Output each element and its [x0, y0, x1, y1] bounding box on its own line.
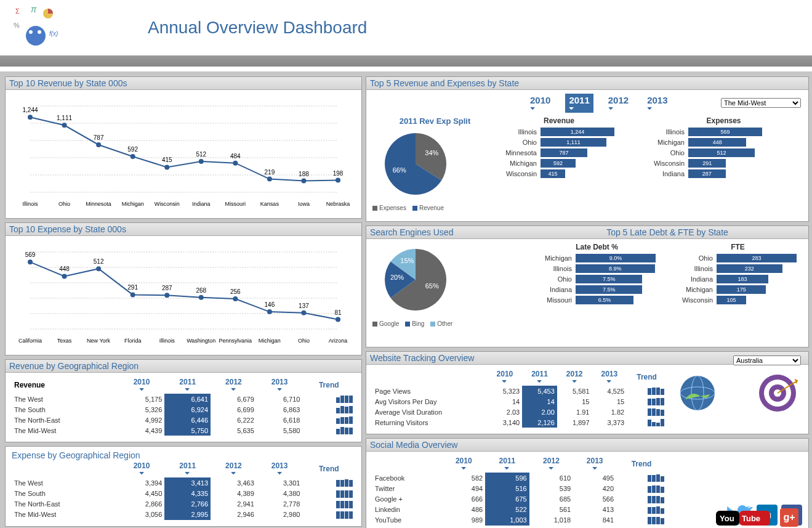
svg-text:448: 448 — [59, 266, 70, 272]
svg-point-21 — [267, 177, 272, 182]
web-table: 2010⏷2011⏷2012⏷2013⏷TrendPage Views5,323… — [372, 368, 667, 428]
panel-expense-geo: Expense by Geographical Region 2010⏷2011… — [5, 446, 362, 526]
revenue-line-chart: 1,2441,111787592415512484219188198Illino… — [12, 94, 356, 211]
svg-point-57 — [267, 309, 272, 314]
svg-text:787: 787 — [94, 134, 104, 141]
svg-text:Indiana: Indiana — [192, 201, 211, 207]
svg-text:Arizona: Arizona — [329, 338, 348, 344]
svg-text:f(x): f(x) — [49, 30, 58, 37]
divider-bar — [0, 55, 812, 67]
svg-text:Iowa: Iowa — [298, 201, 310, 207]
svg-point-6 — [38, 30, 41, 34]
svg-text:π: π — [31, 6, 37, 14]
svg-point-58 — [301, 311, 306, 315]
revenue-geo-table: Revenue2010⏷2011⏷2012⏷2013⏷TrendThe West… — [12, 376, 355, 436]
svg-text:512: 512 — [196, 151, 206, 158]
latedebt-bars: Michigan9.0%Illinois8.9%Ohio7.5%Indiana7… — [533, 254, 661, 304]
pie-legend: ExpensesRevenue — [372, 205, 497, 211]
svg-text:Michigan: Michigan — [122, 201, 144, 207]
svg-point-15 — [62, 123, 67, 128]
svg-text:137: 137 — [299, 303, 309, 309]
svg-text:20%: 20% — [390, 274, 404, 281]
panel-expense-by-state: Top 10 Expense by State 000s 56944851229… — [5, 222, 362, 355]
svg-point-22 — [301, 179, 306, 184]
googleplus-icon: g+ — [780, 508, 798, 527]
pie-title: 2011 Rev Exp Split — [372, 116, 497, 126]
panel-title: Top 10 Revenue by State 000s — [6, 77, 361, 90]
panel-web-tracking: Website Tracking Overview Australia 2010… — [366, 351, 809, 434]
svg-text:569: 569 — [25, 251, 36, 258]
region-select[interactable]: The Mid-West — [721, 98, 801, 108]
svg-point-17 — [131, 154, 135, 159]
target-icon — [753, 368, 802, 418]
svg-text:Ohio: Ohio — [58, 201, 70, 207]
fte-subhead: FTE — [673, 243, 802, 251]
youtube-icon: YouTube — [716, 510, 771, 528]
expense-line-chart: 56944851229128726825614613781CaliforniaT… — [12, 240, 356, 347]
svg-point-51 — [62, 274, 67, 278]
svg-point-53 — [131, 292, 135, 297]
panel-title: Expense by Geographical Region — [12, 450, 140, 460]
expenses-subhead: Expenses — [645, 116, 802, 125]
svg-point-16 — [96, 142, 101, 147]
svg-text:146: 146 — [265, 301, 275, 308]
svg-text:219: 219 — [265, 169, 275, 176]
expense-bars: Illinois569Michigan448Ohio512Wisconsin29… — [645, 128, 802, 178]
panel-title: Top 5 Late Debt & FTE by State — [526, 226, 808, 239]
svg-text:65%: 65% — [425, 282, 439, 290]
svg-text:%: % — [14, 22, 20, 29]
country-select[interactable]: Australia — [733, 355, 801, 365]
revenue-bars: Illinois1,244Ohio1,111Minnesota787Michig… — [497, 128, 621, 178]
year-tab-2012[interactable]: 2012⏷ — [605, 94, 632, 113]
svg-text:Ohio: Ohio — [298, 338, 310, 344]
panel-title: Top 10 Expense by State 000s — [6, 223, 361, 236]
svg-point-14 — [28, 115, 33, 120]
revenue-subhead: Revenue — [497, 116, 621, 125]
svg-point-5 — [29, 30, 33, 34]
svg-text:287: 287 — [162, 285, 172, 291]
social-table: 2010⏷2011⏷2012⏷2013⏷TrendFacebook5825966… — [372, 455, 667, 525]
svg-point-52 — [96, 266, 101, 271]
svg-text:Minnesota: Minnesota — [86, 201, 111, 207]
rev-exp-pie: 34%66% — [372, 127, 471, 201]
panel-top5-rev-exp: Top 5 Revenue and Expenses by State 2010… — [366, 76, 809, 222]
svg-text:Missouri: Missouri — [225, 201, 246, 207]
year-tab-2011[interactable]: 2011⏷ — [565, 94, 593, 113]
panel-social: Social Media Overview 2010⏷2011⏷2012⏷201… — [366, 438, 809, 528]
globe-icon — [673, 368, 722, 418]
svg-text:15%: 15% — [400, 257, 414, 264]
svg-point-56 — [233, 296, 238, 301]
svg-text:415: 415 — [162, 156, 172, 163]
svg-point-85 — [680, 376, 715, 410]
search-pie: 65%20%15% — [372, 243, 471, 317]
panel-revenue-geo: Revenue by Geographical Region Revenue20… — [5, 359, 362, 442]
svg-text:592: 592 — [127, 146, 138, 153]
fte-bars: Ohio283Illinois232Indiana183Michigan175W… — [673, 254, 802, 304]
svg-point-50 — [28, 259, 33, 264]
year-tab-2010[interactable]: 2010⏷ — [526, 94, 554, 113]
svg-text:291: 291 — [127, 284, 138, 291]
svg-text:Illinois: Illinois — [159, 338, 175, 344]
svg-text:Michigan: Michigan — [259, 338, 281, 344]
svg-text:Σ: Σ — [15, 7, 20, 15]
svg-text:Kansas: Kansas — [260, 201, 279, 207]
svg-text:You: You — [720, 514, 734, 523]
svg-point-54 — [164, 293, 169, 298]
page-title: Annual Overview Dashboard — [148, 18, 367, 38]
panel-search-latedebt: Search Engines Used Top 5 Late Debt & FT… — [366, 225, 809, 347]
svg-point-19 — [199, 159, 204, 164]
svg-text:66%: 66% — [393, 166, 406, 174]
panel-title: Social Media Overview — [366, 439, 808, 452]
svg-point-23 — [336, 178, 340, 183]
year-tab-2013[interactable]: 2013⏷ — [643, 94, 671, 113]
app-logo: Σ π % f(x) — [12, 6, 68, 49]
svg-text:256: 256 — [230, 288, 241, 295]
svg-text:1,244: 1,244 — [22, 107, 38, 113]
svg-point-55 — [199, 295, 204, 300]
svg-text:Illinois: Illinois — [22, 201, 38, 207]
panel-title: Revenue by Geographical Region — [6, 360, 361, 373]
svg-text:Tube: Tube — [742, 514, 760, 523]
svg-text:268: 268 — [196, 287, 206, 294]
svg-text:188: 188 — [299, 171, 309, 177]
panel-revenue-by-state: Top 10 Revenue by State 000s 1,2441,1117… — [5, 76, 362, 219]
